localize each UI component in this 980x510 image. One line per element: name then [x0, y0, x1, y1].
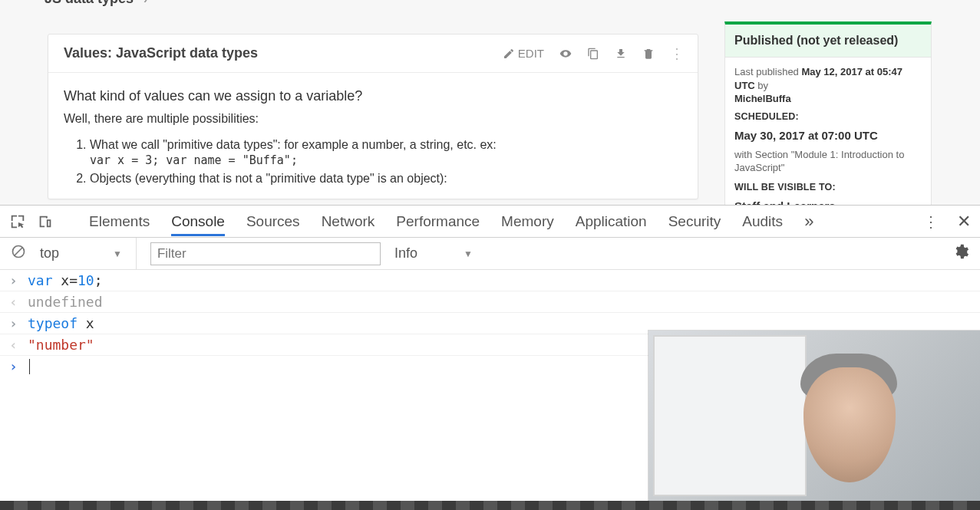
- list-item-text: Objects (everything that is not a "primi…: [90, 172, 447, 185]
- trash-icon[interactable]: [642, 48, 655, 60]
- card-body: What kind of values can we assign to a v…: [48, 73, 698, 198]
- filter-input[interactable]: [150, 242, 381, 265]
- sidebar-status: Published (not yet released): [725, 25, 931, 58]
- context-select[interactable]: top ▼: [40, 238, 137, 269]
- publish-sidebar: Published (not yet released) Last publis…: [724, 21, 932, 235]
- console-text: typeof x: [28, 315, 94, 331]
- input-arrow-icon: ›: [9, 315, 23, 331]
- last-published-prefix: Last published: [734, 66, 801, 77]
- context-value: top: [40, 245, 59, 262]
- chevron-down-icon: ▼: [113, 248, 122, 259]
- tab-console[interactable]: Console: [171, 207, 225, 236]
- list-item: What we call "primitive data types": for…: [90, 138, 682, 167]
- devtools-tabs: ElementsConsoleSourcesNetworkPerformance…: [0, 206, 980, 238]
- copy-icon[interactable]: [587, 48, 599, 60]
- taskbar: [0, 501, 980, 510]
- input-arrow-icon: ›: [9, 272, 23, 288]
- tab-network[interactable]: Network: [322, 207, 375, 236]
- chevron-right-icon: ›: [144, 0, 147, 5]
- scheduled-with: with Section "Module 1: Introduction to …: [734, 148, 922, 175]
- svg-line-1: [15, 248, 22, 255]
- console-text: "number": [28, 337, 94, 353]
- breadcrumb-title: JS data types: [45, 0, 134, 6]
- last-published-by: by: [755, 80, 768, 91]
- more-icon[interactable]: ⋮: [670, 45, 682, 62]
- whiteboard: [653, 335, 807, 496]
- eye-icon[interactable]: [559, 48, 572, 60]
- card-list: What we call "primitive data types": for…: [64, 138, 682, 186]
- console-settings-icon[interactable]: [952, 243, 969, 264]
- tab-elements[interactable]: Elements: [89, 207, 150, 236]
- breadcrumb: JS data types ›: [45, 0, 147, 7]
- list-item-code: var x = 3; var name = "Buffa";: [90, 153, 682, 167]
- edit-label: EDIT: [518, 47, 544, 60]
- edit-button[interactable]: EDIT: [503, 47, 544, 60]
- move-icon[interactable]: [615, 48, 627, 60]
- last-published-author: MichelBuffa: [734, 93, 791, 104]
- tab-sources[interactable]: Sources: [246, 207, 300, 236]
- console-line: ‹undefined: [0, 291, 980, 313]
- card-title: Values: JavaScript data types: [64, 45, 258, 61]
- chevron-down-icon: ▼: [464, 248, 473, 259]
- tab-application[interactable]: Application: [576, 207, 647, 236]
- list-item: Objects (everything that is not a "primi…: [90, 172, 682, 186]
- console-line: ›var x=10;: [0, 270, 980, 291]
- webcam-inset: [648, 331, 980, 501]
- output-arrow-icon: ‹: [9, 294, 23, 310]
- last-published: Last published May 12, 2017 at 05:47 UTC…: [734, 65, 922, 106]
- content-card: Values: JavaScript data types EDIT ⋮ Wha…: [48, 34, 698, 199]
- card-actions: EDIT ⋮: [503, 45, 682, 62]
- visible-label: WILL BE VISIBLE TO:: [734, 181, 922, 194]
- devtools-menu-icon[interactable]: ⋮: [923, 212, 939, 231]
- devtools-close-icon[interactable]: ✕: [957, 212, 971, 232]
- cursor: [29, 359, 30, 374]
- pencil-icon: [503, 48, 515, 60]
- output-arrow-icon: ‹: [9, 337, 23, 353]
- inspect-icon[interactable]: [9, 213, 26, 230]
- prompt-arrow-icon: ›: [9, 358, 23, 374]
- card-intro: Well, there are multiple possibilities:: [64, 112, 682, 126]
- console-text: undefined: [28, 294, 103, 310]
- loglevel-select[interactable]: Info ▼: [394, 245, 473, 262]
- card-question: What kind of values can we assign to a v…: [64, 88, 682, 104]
- device-toggle-icon[interactable]: [37, 213, 54, 230]
- studio-editor: JS data types › Values: JavaScript data …: [0, 0, 980, 205]
- tab-performance[interactable]: Performance: [396, 207, 480, 236]
- scheduled-label: SCHEDULED:: [734, 110, 922, 123]
- clear-console-icon[interactable]: [11, 244, 26, 263]
- list-item-text: What we call "primitive data types": for…: [90, 138, 497, 151]
- console-text: var x=10;: [28, 272, 103, 288]
- tabs-overflow-icon[interactable]: »: [804, 212, 813, 232]
- loglevel-value: Info: [394, 245, 417, 262]
- card-header: Values: JavaScript data types EDIT ⋮: [48, 35, 698, 73]
- presenter-head: [803, 367, 896, 482]
- tab-security[interactable]: Security: [668, 207, 721, 236]
- console-toolbar: top ▼ Info ▼: [0, 238, 980, 270]
- tab-audits[interactable]: Audits: [742, 207, 783, 236]
- tab-memory[interactable]: Memory: [501, 207, 554, 236]
- scheduled-date: May 30, 2017 at 07:00 UTC: [734, 128, 922, 143]
- tab-list: ElementsConsoleSourcesNetworkPerformance…: [89, 207, 783, 236]
